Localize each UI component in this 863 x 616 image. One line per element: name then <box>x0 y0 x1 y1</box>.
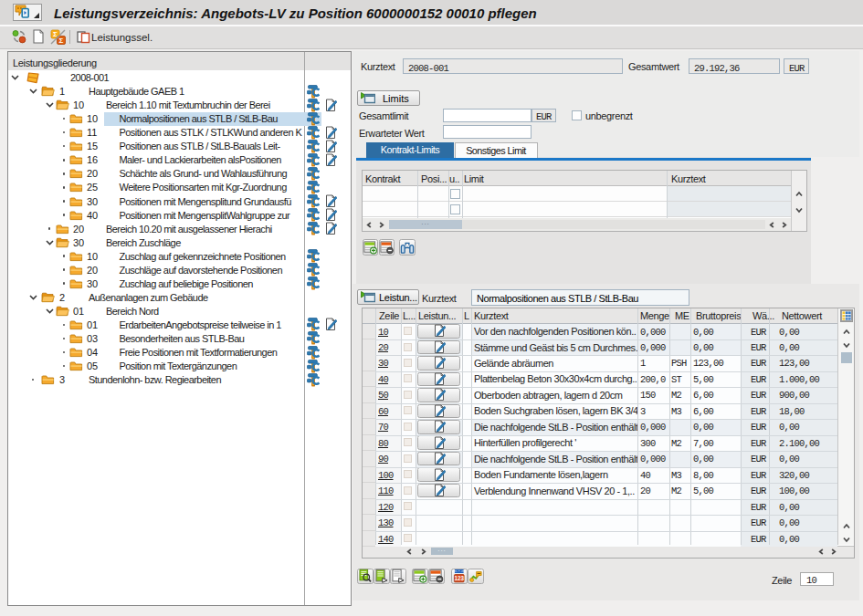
svg-text:Σ: Σ <box>59 37 64 45</box>
svg-text:123: 123 <box>455 575 465 581</box>
